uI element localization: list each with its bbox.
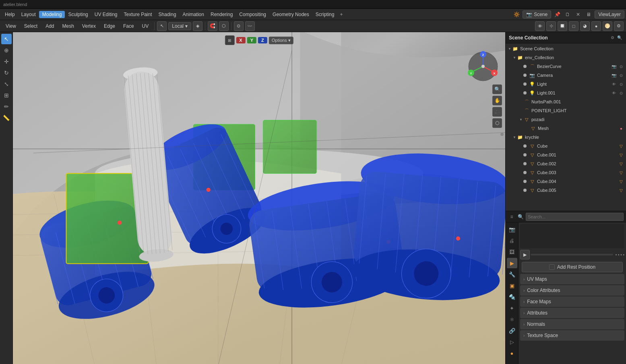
- outliner-filter-btn[interactable]: ⚙: [609, 35, 616, 41]
- outliner-item-camera[interactable]: 📷 Camera 📷 ⊙: [506, 71, 626, 80]
- proportional-edit[interactable]: ⊙: [234, 21, 244, 31]
- outliner-item-env-collection[interactable]: ▼ 📁 env_Collection: [506, 53, 626, 62]
- edge-menu-btn[interactable]: Edge: [101, 23, 118, 30]
- bezier-restrict-btn[interactable]: ⊙: [618, 63, 624, 70]
- menu-shading[interactable]: Shading: [155, 11, 180, 18]
- outliner-item-cube[interactable]: ▽ Cube ▽: [506, 142, 626, 150]
- tool-transform[interactable]: ⊞: [1, 90, 12, 101]
- options-btn[interactable]: Options ▾: [269, 37, 293, 44]
- curve-icon[interactable]: 〰: [245, 21, 255, 31]
- outliner-item-pozadi[interactable]: ▼ ▽ pozadi: [506, 115, 626, 124]
- menu-geometry-nodes[interactable]: Geometry Nodes: [269, 11, 312, 18]
- cube-004-action-btn[interactable]: ▽: [618, 178, 624, 185]
- mesh-menu-btn[interactable]: Mesh: [59, 23, 77, 30]
- tool-rotate[interactable]: ↻: [1, 68, 12, 78]
- color-attributes-header[interactable]: › Color Attributes: [520, 285, 624, 296]
- menu-add-workspace[interactable]: +: [337, 11, 345, 18]
- viewport-shading-render[interactable]: 🌕: [603, 21, 612, 31]
- scene-selector[interactable]: 📷 Scene: [523, 10, 551, 19]
- menu-compositing[interactable]: Compositing: [236, 11, 269, 18]
- face-maps-header[interactable]: › Face Maps: [520, 296, 624, 307]
- tool-select[interactable]: ↖: [1, 34, 12, 44]
- props-constraints-icon[interactable]: 🔗: [507, 325, 517, 336]
- texture-space-header[interactable]: › Texture Space: [520, 330, 624, 341]
- tool-cursor[interactable]: ⊕: [1, 45, 12, 56]
- outliner-item-cube-005[interactable]: ▽ Cube.005 ▽: [506, 186, 626, 195]
- light-001-restrict-btn[interactable]: ⊙: [618, 90, 624, 96]
- pin-icon[interactable]: 📌: [553, 10, 562, 19]
- outliner-item-mesh[interactable]: ▽ Mesh ●: [506, 124, 626, 133]
- pivot-point-btn[interactable]: ◈: [193, 21, 202, 31]
- outliner-item-nurbspath[interactable]: ⌒ NurbsPath.001: [506, 97, 626, 106]
- attributes-header[interactable]: › Attributes: [520, 308, 624, 318]
- cube-003-action-btn[interactable]: ▽: [618, 169, 624, 176]
- props-view-layer-icon[interactable]: 🖼: [507, 247, 517, 257]
- outliner-item-scene-collection[interactable]: ▼ 📁 Scene Collection: [506, 44, 626, 53]
- close-scene-icon[interactable]: ✕: [574, 10, 583, 19]
- viewport-icon[interactable]: 🖥: [584, 10, 593, 19]
- hand-icon[interactable]: ✋: [492, 96, 502, 105]
- outliner-item-light-001[interactable]: 💡 Light.001 👁 ⊙: [506, 88, 626, 97]
- outliner-item-light[interactable]: 💡 Light 👁 ⊙: [506, 80, 626, 88]
- props-data-icon[interactable]: ▷: [507, 337, 517, 347]
- tool-scale[interactable]: ⤡: [1, 79, 12, 89]
- cube-action-btn[interactable]: ▽: [618, 143, 624, 149]
- menu-help[interactable]: Help: [2, 11, 18, 18]
- gizmo-btn[interactable]: ⊹: [546, 21, 556, 31]
- magnifier-icon[interactable]: 🔍: [492, 84, 502, 94]
- vertex-menu-btn[interactable]: Vertex: [79, 23, 99, 30]
- menu-animation[interactable]: Animation: [180, 11, 207, 18]
- view-menu-btn[interactable]: View: [2, 23, 19, 30]
- menu-texture-paint[interactable]: Texture Paint: [121, 11, 155, 18]
- sun-icon[interactable]: ⬡: [492, 118, 502, 128]
- viewport-shading-solid[interactable]: ◕: [580, 21, 590, 31]
- add-rest-position-btn[interactable]: Add Rest Position: [522, 262, 623, 272]
- props-output-icon[interactable]: 🖨: [507, 235, 517, 246]
- tool-annotate[interactable]: ✏: [1, 101, 12, 112]
- props-world-icon[interactable]: 🔧: [507, 269, 517, 280]
- overlay-toggle[interactable]: ⬡: [219, 21, 229, 31]
- camera-cam-btn[interactable]: 📷: [611, 72, 617, 78]
- normals-header[interactable]: › Normals: [520, 319, 624, 329]
- menu-scripting[interactable]: Scripting: [312, 11, 338, 18]
- z-axis-btn[interactable]: Z: [258, 37, 267, 43]
- add-menu-btn[interactable]: Add: [42, 23, 57, 30]
- cube-002-action-btn[interactable]: ▽: [618, 160, 624, 167]
- outliner-search-btn[interactable]: 🔍: [616, 35, 623, 41]
- props-render-icon[interactable]: 📷: [507, 224, 517, 234]
- menu-rendering[interactable]: Rendering: [207, 11, 236, 18]
- light-001-eye-btn[interactable]: 👁: [611, 90, 617, 96]
- overlays-btn[interactable]: 🔲: [558, 21, 567, 31]
- props-modifier-icon[interactable]: 🔩: [507, 292, 517, 302]
- props-object-icon[interactable]: ▣: [507, 280, 517, 291]
- outliner-item-pointer-light[interactable]: ⌒ POINTER_LIGHT: [506, 106, 626, 115]
- menu-uv-editing[interactable]: UV Editing: [91, 11, 121, 18]
- outliner-item-cube-001[interactable]: ▽ Cube.001 ▽: [506, 150, 626, 159]
- props-particles-icon[interactable]: ✦: [507, 303, 517, 313]
- transform-mode-dropdown[interactable]: Local ▾: [168, 22, 191, 30]
- props-list-icon[interactable]: ≡: [508, 213, 515, 220]
- menu-modeling[interactable]: Modeling: [39, 11, 65, 18]
- camera-restrict-btn[interactable]: ⊙: [618, 72, 624, 78]
- new-scene-icon[interactable]: 🗋: [563, 10, 572, 19]
- viewport-shading-wire[interactable]: □: [569, 21, 578, 31]
- x-axis-btn[interactable]: X: [236, 37, 245, 43]
- transform-orientation-icon[interactable]: ⊞: [225, 35, 234, 45]
- camera-icon[interactable]: 🎥: [492, 107, 502, 117]
- light-eye-btn[interactable]: 👁: [611, 81, 617, 87]
- viewport-shading-mat[interactable]: ●: [591, 21, 601, 31]
- cursor-icon[interactable]: ↖: [157, 21, 167, 31]
- outliner-item-cube-002[interactable]: ▽ Cube.002 ▽: [506, 159, 626, 168]
- viewport-3d[interactable]: ⊞ X Y Z Options ▾ Z X Y: [13, 32, 505, 364]
- engine-icon[interactable]: 🔆: [512, 10, 521, 19]
- light-restrict-btn[interactable]: ⊙: [618, 81, 624, 87]
- uv-maps-header[interactable]: › UV Maps: [520, 274, 624, 284]
- viewport-shading-1[interactable]: 👁: [535, 21, 545, 31]
- select-menu-btn[interactable]: Select: [21, 23, 41, 30]
- outliner-item-krychle[interactable]: ▼ 📁 krychle: [506, 133, 626, 142]
- uv-menu-btn[interactable]: UV: [139, 23, 152, 30]
- bezier-camera-btn[interactable]: 📷: [611, 63, 617, 70]
- mesh-action-btn[interactable]: ●: [618, 125, 624, 132]
- y-axis-btn[interactable]: Y: [247, 37, 256, 43]
- props-search-icon[interactable]: 🔍: [517, 213, 524, 220]
